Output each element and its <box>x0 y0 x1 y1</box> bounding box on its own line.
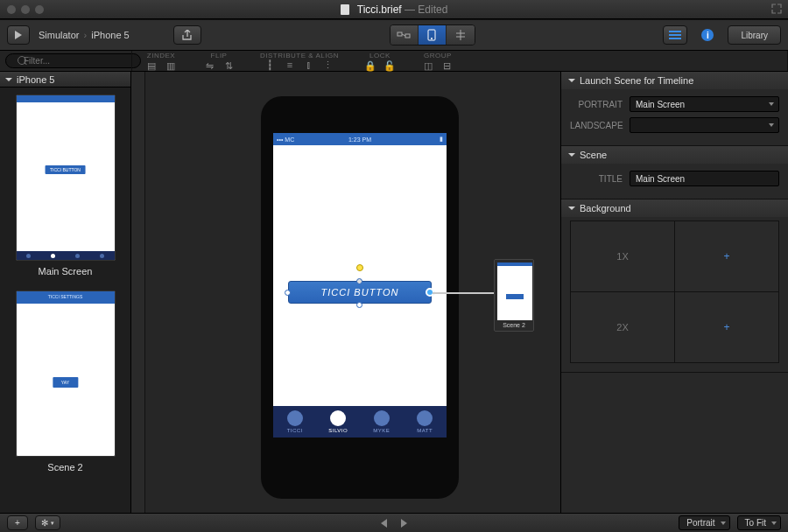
bring-forward-icon[interactable]: ▤ <box>144 60 158 72</box>
title-input[interactable]: Main Screen <box>630 171 779 186</box>
group-icon[interactable]: ◫ <box>421 60 435 72</box>
view-connections-icon[interactable] <box>390 25 419 45</box>
flip-horizontal-icon[interactable]: ⇋ <box>202 60 216 72</box>
main-toolbar: Simulator › iPhone 5 i Library <box>0 19 788 51</box>
library-button[interactable]: Library <box>728 25 781 45</box>
linked-scene-label: Scene 2 <box>497 320 531 328</box>
align-v-icon[interactable]: ⫿ <box>302 59 316 71</box>
thumb-button: TICCI BUTTON <box>45 165 86 174</box>
inspector-background-section: Background 1X + 2X + <box>561 200 788 373</box>
resize-handle-n[interactable] <box>356 278 362 284</box>
zindex-controls: ZINDEX ▤ ▥ <box>139 50 183 72</box>
tab-silvio[interactable]: SILVIO <box>317 406 361 438</box>
chevron-down-icon <box>568 79 575 82</box>
canvas[interactable]: ••• MC 1:23 PM ▮ TICCI BUTTON TICCI SILV… <box>131 72 560 516</box>
plus-icon: + <box>723 250 729 262</box>
resize-handle-s[interactable] <box>356 302 362 308</box>
play-button[interactable] <box>7 25 30 45</box>
tab-bar: TICCI SILVIO MYKE MATT <box>273 406 447 438</box>
window-titlebar: Ticci.brief — Edited <box>0 0 788 19</box>
align-controls: DISTRIBUTE & ALIGN ┇ ≡ ⫿ ⋮ <box>255 51 344 71</box>
library-label: Library <box>741 31 768 40</box>
rotate-handle[interactable] <box>356 264 363 271</box>
portrait-label: PORTRAIT <box>570 100 630 109</box>
zoom-icon[interactable] <box>35 5 44 14</box>
portrait-select[interactable]: Main Screen <box>630 96 779 112</box>
thumb-button: YAY <box>53 377 78 388</box>
tab-matt[interactable]: MATT <box>404 406 447 438</box>
device-screen[interactable]: ••• MC 1:23 PM ▮ TICCI BUTTON TICCI SILV… <box>273 133 447 438</box>
status-time: 1:23 PM <box>273 136 447 143</box>
sidebar-header[interactable]: iPhone 5 <box>0 72 130 88</box>
svg-rect-0 <box>398 32 402 36</box>
window-title: Ticci.brief — Edited <box>341 4 448 16</box>
tab-ticci[interactable]: TICCI <box>273 406 317 438</box>
inspector-scene-section: Scene TITLE Main Screen <box>561 146 788 200</box>
group-controls: GROUP ◫ ⊟ <box>416 50 460 72</box>
caret-down-icon <box>769 102 774 106</box>
section-header-background[interactable]: Background <box>561 200 788 217</box>
ruler-vertical <box>131 72 145 516</box>
unlock-icon[interactable]: 🔓 <box>383 60 397 72</box>
info-button[interactable]: i <box>696 25 719 45</box>
ungroup-icon[interactable]: ⊟ <box>440 60 454 72</box>
info-icon: i <box>701 29 714 41</box>
add-button[interactable]: + <box>7 515 28 530</box>
zoom-select[interactable]: To Fit <box>737 515 781 530</box>
landscape-select[interactable] <box>630 117 779 133</box>
gear-icon: ✻ <box>41 518 48 528</box>
align-h-icon[interactable]: ≡ <box>283 59 297 71</box>
scene-label: Main Screen <box>7 266 123 276</box>
inspector-launch-section: Launch Scene for Timeline PORTRAIT Main … <box>561 72 788 146</box>
scene-thumb-main[interactable]: TICCI BUTTON Main Screen <box>7 94 123 276</box>
chevron-down-icon <box>568 206 575 210</box>
prev-button[interactable] <box>381 519 387 528</box>
view-mode-segmented[interactable] <box>390 24 475 46</box>
bottom-bar: + ✻▾ Portrait To Fit <box>0 513 788 532</box>
timeline-menu-button[interactable] <box>663 25 687 45</box>
button-label: TICCI BUTTON <box>321 287 399 298</box>
lock-icon[interactable]: 🔒 <box>363 60 377 72</box>
document-icon <box>341 4 349 15</box>
bg-1x-add[interactable]: + <box>675 221 778 291</box>
secondary-toolbar: ZINDEX ▤ ▥ FLIP ⇋ ⇅ DISTRIBUTE & ALIGN ┇… <box>0 51 788 72</box>
minimize-icon[interactable] <box>21 5 30 14</box>
landscape-label: LANDSCAPE <box>570 121 630 130</box>
svg-rect-1 <box>405 34 410 38</box>
share-button[interactable] <box>173 25 201 45</box>
traffic-lights[interactable] <box>7 5 44 14</box>
device-breadcrumb[interactable]: Simulator › iPhone 5 <box>39 30 130 40</box>
orientation-select[interactable]: Portrait <box>679 515 729 530</box>
distribute-v-icon[interactable]: ⋮ <box>321 59 335 71</box>
send-backward-icon[interactable]: ▥ <box>164 60 178 72</box>
lock-controls: LOCK 🔒 🔓 <box>358 50 402 72</box>
bg-2x-add[interactable]: + <box>675 292 778 362</box>
plus-icon: + <box>15 518 20 528</box>
view-align-icon[interactable] <box>447 25 475 45</box>
bg-2x-label: 2X <box>571 292 674 362</box>
thumb-title: TICCI SETTINGS <box>17 294 115 299</box>
section-header-launch[interactable]: Launch Scene for Timeline <box>561 72 788 89</box>
hamburger-icon <box>669 31 681 39</box>
distribute-h-icon[interactable]: ┇ <box>264 59 278 71</box>
resize-handle-w[interactable] <box>285 290 291 296</box>
scene-thumb-2[interactable]: TICCI SETTINGS YAY Scene 2 <box>7 290 123 472</box>
settings-menu-button[interactable]: ✻▾ <box>35 515 60 530</box>
view-device-icon[interactable] <box>419 25 447 45</box>
tab-myke[interactable]: MYKE <box>360 406 404 438</box>
background-grid: 1X + 2X + <box>570 220 779 363</box>
linked-scene-preview[interactable]: Scene 2 <box>494 259 534 332</box>
scene-label: Scene 2 <box>7 462 123 472</box>
link-line <box>433 292 499 294</box>
status-bar: ••• MC 1:23 PM ▮ <box>273 133 447 145</box>
fullscreen-icon[interactable] <box>770 3 783 17</box>
next-button[interactable] <box>401 519 407 528</box>
device-frame: ••• MC 1:23 PM ▮ TICCI BUTTON TICCI SILV… <box>261 96 459 499</box>
play-icon <box>15 31 22 39</box>
close-icon[interactable] <box>7 5 16 14</box>
flip-controls: FLIP ⇋ ⇅ <box>197 50 241 72</box>
flip-vertical-icon[interactable]: ⇅ <box>222 60 236 72</box>
edited-status: — Edited <box>405 4 447 16</box>
chevron-down-icon <box>5 78 12 81</box>
section-header-scene[interactable]: Scene <box>561 146 788 164</box>
